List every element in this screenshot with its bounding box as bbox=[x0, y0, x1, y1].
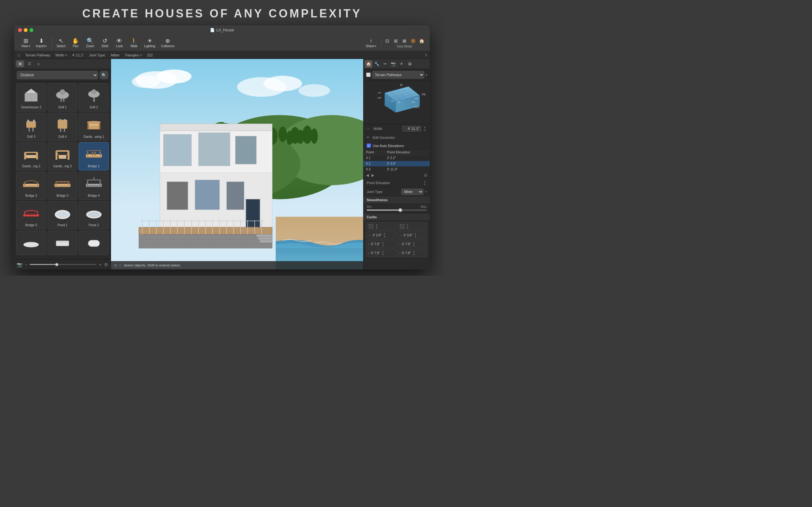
close-button[interactable] bbox=[18, 28, 22, 32]
scroll-left-icon[interactable]: ◀ bbox=[366, 173, 369, 177]
pan-button[interactable]: ✋ Pan bbox=[68, 37, 83, 50]
viewport[interactable]: ⊞ ↖ Select objects. Shift to extend sele… bbox=[111, 59, 363, 269]
sidebar-zoom-in-icon[interactable]: + bbox=[99, 262, 101, 267]
width-stepper[interactable]: ▲ ▼ bbox=[423, 126, 426, 131]
item-garden3[interactable]: Garde...ing 3 bbox=[48, 142, 78, 170]
svg-rect-109 bbox=[160, 124, 272, 131]
rp-category-dropdown[interactable]: Terrain Pathways bbox=[372, 71, 424, 78]
sidebar-tab-list[interactable]: ☰ bbox=[26, 60, 34, 67]
point-elevation-stepper[interactable]: ▲ ▼ bbox=[423, 180, 426, 186]
item-bridge2[interactable]: Bridge 2 bbox=[16, 172, 46, 200]
viewmode-btn-3[interactable]: ⊠ bbox=[401, 38, 408, 44]
smoothness-thumb[interactable] bbox=[398, 208, 402, 212]
item-grill1[interactable]: Grill 1 bbox=[48, 83, 78, 112]
item-bridge3[interactable]: Bridge 3 bbox=[48, 172, 78, 200]
curb-icon-2[interactable]: ⬛ bbox=[399, 224, 405, 229]
table-row[interactable]: # 3 0' 11.4" bbox=[363, 167, 430, 172]
viewmode-btn-4[interactable]: 🔆 bbox=[409, 38, 417, 44]
point-elev-up-btn[interactable]: ▲ bbox=[423, 180, 426, 183]
svg-text:RH: RH bbox=[415, 97, 418, 100]
item-thumb-16 bbox=[20, 233, 42, 252]
scroll-right-icon[interactable]: ▶ bbox=[371, 173, 374, 177]
search-button[interactable]: 🔍 bbox=[100, 71, 108, 79]
walk-icon: 🚶 bbox=[131, 38, 137, 44]
item-16[interactable] bbox=[16, 231, 46, 255]
curb-4-stepper[interactable]: ▲ ▼ bbox=[412, 241, 415, 247]
item-greenhouse2[interactable]: Greenhouse 2 bbox=[16, 83, 46, 112]
category-dropdown[interactable]: Outdoor bbox=[17, 71, 98, 79]
minimize-button[interactable] bbox=[24, 28, 28, 32]
svg-rect-80 bbox=[88, 240, 100, 246]
sidebar-tab-menu[interactable]: ≡ bbox=[35, 61, 42, 67]
svg-rect-41 bbox=[87, 152, 88, 156]
svg-rect-29 bbox=[25, 152, 38, 153]
sidebar-zoom-out-icon[interactable]: − bbox=[25, 262, 27, 267]
zoom-button[interactable]: 🔍 Zoom bbox=[83, 37, 97, 50]
rp-tab-lighting[interactable]: ☀ bbox=[398, 60, 405, 68]
rp-tab-home[interactable]: 🏠 bbox=[365, 60, 372, 68]
item-grill4[interactable]: Grill 4 bbox=[48, 113, 78, 141]
curb-1-type-stepper[interactable]: ▲ ▼ bbox=[375, 223, 378, 229]
width-value[interactable]: 4' 11.1" bbox=[402, 126, 421, 131]
import-button[interactable]: ⬇ Import ▾ bbox=[33, 37, 49, 50]
lighting-button[interactable]: ☀ Lighting bbox=[142, 37, 158, 50]
rp-tab-edit[interactable]: ✏ bbox=[381, 60, 389, 68]
item-18[interactable] bbox=[79, 231, 109, 255]
svg-text:RE: RE bbox=[397, 101, 401, 103]
item-17[interactable] bbox=[48, 231, 78, 255]
rp-tab-building[interactable]: 🏛 bbox=[406, 60, 414, 68]
sidebar-settings-icon[interactable]: ⚙ bbox=[104, 262, 108, 267]
curb-2-type-stepper[interactable]: ▲ ▼ bbox=[406, 223, 409, 229]
table-row[interactable]: # 1 2' 2.2" bbox=[363, 155, 430, 161]
viewport-background: ⊞ ↖ Select objects. Shift to extend sele… bbox=[111, 59, 363, 269]
cell-point-3: # 3 bbox=[363, 167, 385, 172]
joint-type-select[interactable]: Mitter bbox=[401, 188, 423, 195]
rp-tab-tools[interactable]: 🔧 bbox=[373, 60, 380, 68]
item-garden-wing1[interactable]: Garde...wing 1 bbox=[79, 113, 109, 141]
item-pond2[interactable]: Pond 2 bbox=[79, 201, 109, 229]
curb-6-stepper[interactable]: ▲ ▼ bbox=[412, 250, 415, 256]
collisions-button[interactable]: ⊕ Collisions bbox=[158, 37, 177, 50]
walk-button[interactable]: 🚶 Walk bbox=[127, 37, 141, 50]
width-down-btn[interactable]: ▼ bbox=[423, 129, 426, 131]
rp-tab-camera[interactable]: 📷 bbox=[390, 60, 397, 68]
point-elev-down-btn[interactable]: ▼ bbox=[423, 183, 426, 186]
view-button[interactable]: ⊞ View ▾ bbox=[19, 37, 33, 50]
curb-icon-1[interactable]: ⬛ bbox=[368, 224, 374, 229]
svg-rect-79 bbox=[57, 241, 68, 242]
table-row[interactable]: # 2 0' 3.9" bbox=[363, 161, 430, 167]
viewmode-btn-2[interactable]: ⊞ bbox=[392, 38, 400, 44]
curb-value-6: 0' 7.9" bbox=[402, 251, 411, 255]
svg-rect-13 bbox=[27, 120, 29, 122]
item-grill3[interactable]: Grill 3 bbox=[16, 113, 46, 141]
item-bridge4[interactable]: Bridge 4 bbox=[79, 172, 109, 200]
orbit-button[interactable]: ↺ Orbit bbox=[98, 37, 112, 50]
joint-type-label: Joint Type bbox=[367, 190, 399, 193]
share-label: Share ▾ bbox=[366, 44, 376, 48]
smoothness-track bbox=[367, 210, 426, 211]
edit-geometry-row[interactable]: ✏ Edit Geometry bbox=[363, 133, 430, 142]
svg-marker-66 bbox=[93, 176, 95, 179]
viewmode-btn-1[interactable]: ⊡ bbox=[384, 38, 391, 44]
item-pond1[interactable]: Pond 1 bbox=[48, 201, 78, 229]
look-button[interactable]: 👁 Look bbox=[112, 37, 126, 50]
curb-1-stepper[interactable]: ▲ ▼ bbox=[383, 232, 386, 238]
curb-5-stepper[interactable]: ▲ ▼ bbox=[381, 250, 385, 256]
share-button[interactable]: ↑ Share ▾ bbox=[363, 37, 379, 50]
auto-elevations-checkbox[interactable]: ✓ bbox=[367, 144, 371, 148]
select-button[interactable]: ↖ Select bbox=[54, 37, 68, 50]
viewmode-btn-5[interactable]: 🏠 bbox=[418, 38, 425, 44]
point-table: Point Point Elevation # 1 2' 2.2" # 2 0'… bbox=[363, 150, 430, 172]
fullscreen-button[interactable] bbox=[30, 28, 33, 32]
item-bridge5[interactable]: Bridge 5 bbox=[16, 201, 46, 229]
item-garden2[interactable]: Garde...ing 2 bbox=[16, 142, 46, 170]
curb-2-stepper[interactable]: ▲ ▼ bbox=[414, 232, 417, 238]
width-up-btn[interactable]: ▲ bbox=[423, 126, 426, 129]
scroll-handle-icon[interactable]: ⊟ bbox=[424, 173, 427, 177]
curb-3-stepper[interactable]: ▲ ▼ bbox=[381, 241, 385, 247]
item-grill2[interactable]: Grill 2 bbox=[79, 83, 109, 112]
item-bridge1[interactable]: Bridge 1 bbox=[79, 142, 109, 170]
items-grid: Greenhouse 2 Grill 1 bbox=[14, 81, 111, 259]
sidebar-tab-grid[interactable]: ⊞ bbox=[16, 60, 24, 67]
sidebar-camera-icon[interactable]: 📷 bbox=[17, 262, 22, 267]
